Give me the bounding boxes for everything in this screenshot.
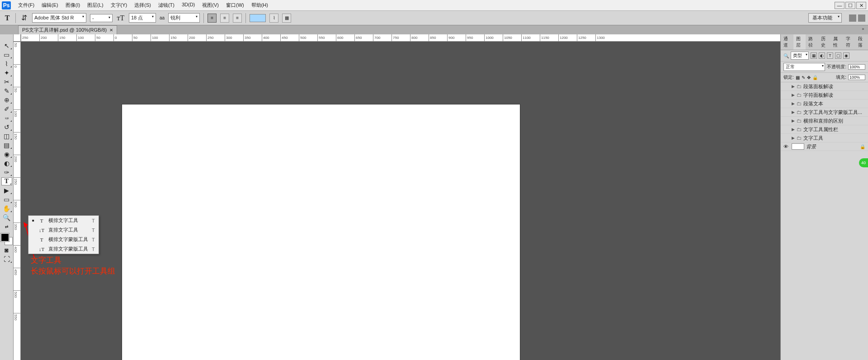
layer-row[interactable]: ▶🗀文字工具 (781, 134, 868, 142)
filter-smart-icon[interactable]: ◉ (843, 52, 849, 59)
maximize-button[interactable]: ☐ (845, 2, 855, 9)
screen-mode-tool[interactable]: ⛶ (1, 255, 12, 263)
filter-adjust-icon[interactable]: ◐ (819, 52, 825, 59)
layers-list: ▶🗀段落面板解读▶🗀字符面板解读▶🗀段落文本▶🗀文字工具与文字蒙版工具...▶🗀… (781, 82, 868, 360)
pen-tool[interactable]: ✑ (1, 168, 12, 176)
opacity-value[interactable]: 100% (848, 64, 865, 70)
flyout-item[interactable]: ↓T直排文字工具T (28, 225, 99, 235)
warp-text-button[interactable]: ⌇ (269, 14, 278, 23)
close-button[interactable]: ✕ (856, 2, 866, 9)
workspace-select[interactable]: 基本功能 (808, 13, 842, 23)
type-tool[interactable]: T (1, 177, 12, 185)
font-family-select[interactable]: Adobe 黑体 Std R (32, 13, 86, 23)
panel-tab[interactable]: 图层 (793, 34, 806, 50)
menu-item[interactable]: 帮助(H) (248, 2, 272, 9)
options-bar: T ⇵ Adobe 黑体 Std R - тT 18 点 aa 锐利 ≡ ≡ ≡… (0, 11, 868, 25)
history-brush-tool[interactable]: ↺ (1, 123, 12, 131)
layer-row[interactable]: ▶🗀字符面板解读 (781, 91, 868, 99)
fill-value[interactable]: 100% (848, 75, 865, 80)
layer-row[interactable]: ▶🗀横排和直排的区别 (781, 117, 868, 125)
lasso-tool[interactable]: ⌇ (1, 60, 12, 68)
close-tab-icon[interactable]: ✕ (109, 28, 113, 33)
flyout-item[interactable]: ■T横排文字工具T (28, 216, 99, 225)
menu-item[interactable]: 选择(S) (131, 2, 155, 9)
minimize-button[interactable]: — (835, 2, 844, 9)
panel-tab[interactable]: 字符 (843, 34, 856, 50)
dodge-tool[interactable]: ◐ (1, 159, 12, 167)
shape-tool[interactable]: ▭ (1, 195, 12, 204)
filter-type-select[interactable]: 类型 (791, 52, 809, 60)
align-right-button[interactable]: ≡ (233, 14, 242, 23)
right-panels: 通道图层路径历史属性字符段落 🔍 类型 ▦ ◐ T ▢ ◉ 正常 不透明度: 1… (780, 34, 868, 360)
menu-item[interactable]: 编辑(E) (38, 2, 62, 9)
panel-tab[interactable]: 路径 (806, 34, 818, 50)
panel-tab[interactable]: 历史 (818, 34, 831, 50)
eraser-tool[interactable]: ◫ (1, 132, 12, 140)
menu-item[interactable]: 文字(Y) (107, 2, 131, 9)
document-tab-bar: PS文字工具详解.psd @ 100%(RGB/8) ✕ » (0, 25, 868, 34)
layer-row[interactable]: ▶🗀文字工具与文字蒙版工具... (781, 108, 868, 117)
brush-tool[interactable]: ✐ (1, 105, 12, 113)
eyedropper-tool[interactable]: ✎ (1, 87, 12, 95)
document-canvas[interactable] (122, 104, 520, 360)
antialias-select[interactable]: 锐利 (168, 13, 200, 23)
path-select-tool[interactable]: ▶ (1, 186, 12, 194)
lock-all-icon[interactable]: 🔒 (812, 75, 818, 80)
text-color-swatch[interactable] (250, 14, 266, 22)
expand-panels-icon[interactable]: » (860, 27, 866, 33)
quickmask-tool[interactable]: ◙ (1, 246, 12, 254)
menu-item[interactable]: 滤镜(T) (155, 2, 178, 9)
antialias-label: aa (160, 15, 165, 20)
align-left-button[interactable]: ≡ (208, 14, 217, 23)
color-wells[interactable] (1, 233, 13, 245)
heal-tool[interactable]: ⊕ (1, 96, 12, 104)
char-panel-button[interactable]: ▦ (282, 14, 291, 23)
text-orientation-icon[interactable]: ⇵ (19, 14, 28, 23)
fill-label: 填充: (836, 74, 846, 81)
flyout-item[interactable]: T横排文字蒙版工具T (28, 235, 99, 244)
tool-preset-icon[interactable]: T (3, 14, 12, 23)
menu-item[interactable]: 图层(L) (84, 2, 107, 9)
visibility-icon[interactable]: 👁 (783, 144, 790, 149)
gradient-tool[interactable]: ▤ (1, 141, 12, 149)
wand-tool[interactable]: ✦ (1, 69, 12, 77)
menu-bar: Ps 文件(F)编辑(E)图像(I)图层(L)文字(Y)选择(S)滤镜(T)3D… (0, 0, 868, 11)
menu-item[interactable]: 3D(D) (178, 2, 198, 9)
layer-row[interactable]: ▶🗀文字工具属性栏 (781, 125, 868, 134)
side-badge[interactable]: 40 (859, 158, 868, 167)
lock-paint-icon[interactable]: ✎ (802, 75, 805, 80)
align-center-button[interactable]: ≡ (220, 14, 229, 23)
lock-trans-icon[interactable]: ▦ (796, 75, 800, 80)
opacity-label: 不透明度: (827, 64, 846, 70)
zoom-tool[interactable]: 🔍 (1, 213, 12, 222)
panel-tab[interactable]: 通道 (781, 34, 793, 50)
menu-item[interactable]: 图像(I) (62, 2, 84, 9)
blend-mode-select[interactable]: 正常 (783, 63, 825, 71)
filter-pixel-icon[interactable]: ▦ (811, 52, 817, 59)
font-size-select[interactable]: 18 点 (129, 13, 156, 23)
menu-item[interactable]: 文件(F) (14, 2, 38, 9)
flyout-item[interactable]: ↓T直排文字蒙版工具T (28, 244, 99, 254)
move-tool[interactable]: ↖ (1, 42, 12, 50)
layer-row[interactable]: ▶🗀段落文本 (781, 99, 868, 108)
ctx-icon-2[interactable] (858, 14, 865, 22)
blur-tool[interactable]: ◉ (1, 150, 12, 158)
layer-row[interactable]: 👁背景🔒 (781, 142, 868, 151)
swap-colors-icon[interactable]: ⇄ (1, 223, 12, 231)
menu-item[interactable]: 窗口(W) (222, 2, 248, 9)
layer-row[interactable]: ▶🗀段落面板解读 (781, 82, 868, 91)
document-tab[interactable]: PS文字工具详解.psd @ 100%(RGB/8) ✕ (18, 25, 117, 35)
panel-tab[interactable]: 段落 (855, 34, 868, 50)
filter-shape-icon[interactable]: ▢ (835, 52, 841, 59)
marquee-tool[interactable]: ▭ (1, 51, 12, 59)
ctx-icon-1[interactable] (849, 14, 856, 22)
hand-tool[interactable]: ✋ (1, 204, 12, 213)
font-style-select[interactable]: - (90, 14, 113, 22)
crop-tool[interactable]: ✂ (1, 78, 12, 86)
lock-pos-icon[interactable]: ✥ (807, 75, 811, 80)
fg-color-swatch[interactable] (1, 233, 9, 242)
menu-item[interactable]: 视图(V) (198, 2, 222, 9)
filter-type-icon[interactable]: T (827, 52, 833, 59)
stamp-tool[interactable]: ⎃ (1, 114, 12, 122)
panel-tab[interactable]: 属性 (830, 34, 843, 50)
